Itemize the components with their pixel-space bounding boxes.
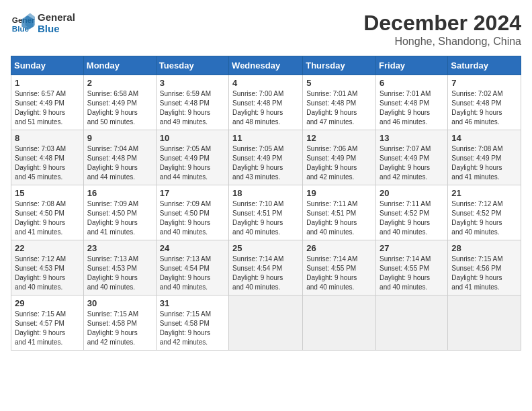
- day-info: Sunrise: 7:14 AM Sunset: 4:55 PM Dayligh…: [306, 255, 372, 292]
- day-number: 2: [87, 78, 152, 88]
- calendar-cell: 23 Sunrise: 7:13 AM Sunset: 4:53 PM Dayl…: [83, 240, 156, 295]
- weekday-header-monday: Monday: [83, 56, 156, 75]
- page-header: General Blue General Blue December 2024 …: [11, 11, 521, 48]
- calendar-cell: 3 Sunrise: 6:59 AM Sunset: 4:48 PM Dayli…: [156, 75, 228, 130]
- weekday-header-tuesday: Tuesday: [156, 56, 228, 75]
- calendar-cell: 26 Sunrise: 7:14 AM Sunset: 4:55 PM Dayl…: [303, 240, 376, 295]
- day-number: 19: [306, 188, 372, 198]
- day-number: 16: [87, 188, 152, 198]
- day-number: 25: [232, 243, 299, 253]
- day-info: Sunrise: 7:01 AM Sunset: 4:48 PM Dayligh…: [380, 89, 444, 127]
- day-info: Sunrise: 7:13 AM Sunset: 4:54 PM Dayligh…: [160, 255, 225, 292]
- day-info: Sunrise: 7:05 AM Sunset: 4:49 PM Dayligh…: [232, 144, 299, 182]
- day-number: 23: [87, 243, 152, 253]
- day-number: 13: [380, 133, 444, 143]
- calendar-cell: [229, 295, 303, 351]
- day-number: 12: [306, 133, 372, 143]
- day-info: Sunrise: 7:09 AM Sunset: 4:50 PM Dayligh…: [160, 199, 225, 237]
- day-number: 9: [87, 133, 152, 143]
- logo-icon: General Blue: [11, 11, 35, 35]
- day-info: Sunrise: 7:05 AM Sunset: 4:49 PM Dayligh…: [160, 144, 225, 182]
- day-info: Sunrise: 7:08 AM Sunset: 4:50 PM Dayligh…: [15, 199, 80, 237]
- calendar-cell: 14 Sunrise: 7:08 AM Sunset: 4:49 PM Dayl…: [448, 130, 521, 185]
- day-number: 24: [160, 243, 225, 253]
- day-info: Sunrise: 7:03 AM Sunset: 4:48 PM Dayligh…: [15, 144, 80, 182]
- weekday-header-wednesday: Wednesday: [229, 56, 303, 75]
- calendar-table: SundayMondayTuesdayWednesdayThursdayFrid…: [11, 56, 521, 351]
- calendar-cell: 29 Sunrise: 7:15 AM Sunset: 4:57 PM Dayl…: [11, 295, 84, 351]
- calendar-cell: 5 Sunrise: 7:01 AM Sunset: 4:48 PM Dayli…: [303, 75, 376, 130]
- day-number: 6: [380, 78, 444, 88]
- calendar-cell: 25 Sunrise: 7:14 AM Sunset: 4:54 PM Dayl…: [229, 240, 303, 295]
- calendar-cell: 20 Sunrise: 7:11 AM Sunset: 4:52 PM Dayl…: [376, 185, 448, 240]
- day-info: Sunrise: 6:58 AM Sunset: 4:49 PM Dayligh…: [87, 89, 152, 127]
- calendar-cell: 18 Sunrise: 7:10 AM Sunset: 4:51 PM Dayl…: [229, 185, 303, 240]
- calendar-cell: 21 Sunrise: 7:12 AM Sunset: 4:52 PM Dayl…: [448, 185, 521, 240]
- day-info: Sunrise: 7:08 AM Sunset: 4:49 PM Dayligh…: [451, 144, 517, 182]
- day-number: 15: [15, 188, 80, 198]
- day-number: 20: [380, 188, 444, 198]
- day-number: 1: [15, 78, 80, 88]
- calendar-cell: 9 Sunrise: 7:04 AM Sunset: 4:48 PM Dayli…: [83, 130, 156, 185]
- day-info: Sunrise: 7:01 AM Sunset: 4:48 PM Dayligh…: [306, 89, 372, 127]
- calendar-cell: [448, 295, 521, 351]
- day-info: Sunrise: 6:57 AM Sunset: 4:49 PM Dayligh…: [15, 89, 80, 127]
- title-section: December 2024 Honghe, Shandong, China: [363, 11, 521, 48]
- day-info: Sunrise: 7:15 AM Sunset: 4:58 PM Dayligh…: [87, 310, 152, 347]
- calendar-cell: 19 Sunrise: 7:11 AM Sunset: 4:51 PM Dayl…: [303, 185, 376, 240]
- calendar-week-row: 29 Sunrise: 7:15 AM Sunset: 4:57 PM Dayl…: [11, 295, 521, 351]
- calendar-cell: 22 Sunrise: 7:12 AM Sunset: 4:53 PM Dayl…: [11, 240, 84, 295]
- calendar-cell: 15 Sunrise: 7:08 AM Sunset: 4:50 PM Dayl…: [11, 185, 84, 240]
- calendar-cell: 30 Sunrise: 7:15 AM Sunset: 4:58 PM Dayl…: [83, 295, 156, 351]
- day-info: Sunrise: 7:12 AM Sunset: 4:53 PM Dayligh…: [15, 255, 80, 292]
- calendar-cell: 24 Sunrise: 7:13 AM Sunset: 4:54 PM Dayl…: [156, 240, 228, 295]
- day-number: 18: [232, 188, 299, 198]
- day-number: 31: [160, 298, 225, 308]
- day-info: Sunrise: 7:14 AM Sunset: 4:54 PM Dayligh…: [232, 255, 299, 292]
- calendar-cell: 12 Sunrise: 7:06 AM Sunset: 4:49 PM Dayl…: [303, 130, 376, 185]
- day-info: Sunrise: 7:15 AM Sunset: 4:58 PM Dayligh…: [160, 310, 225, 347]
- day-info: Sunrise: 7:02 AM Sunset: 4:48 PM Dayligh…: [451, 89, 517, 127]
- day-number: 8: [15, 133, 80, 143]
- day-number: 17: [160, 188, 225, 198]
- day-number: 14: [451, 133, 517, 143]
- day-info: Sunrise: 7:13 AM Sunset: 4:53 PM Dayligh…: [87, 255, 152, 292]
- day-number: 11: [232, 133, 299, 143]
- calendar-cell: 6 Sunrise: 7:01 AM Sunset: 4:48 PM Dayli…: [376, 75, 448, 130]
- day-info: Sunrise: 7:07 AM Sunset: 4:49 PM Dayligh…: [380, 144, 444, 182]
- calendar-cell: 8 Sunrise: 7:03 AM Sunset: 4:48 PM Dayli…: [11, 130, 84, 185]
- day-number: 5: [306, 78, 372, 88]
- day-info: Sunrise: 7:12 AM Sunset: 4:52 PM Dayligh…: [451, 199, 517, 237]
- page-subtitle: Honghe, Shandong, China: [363, 36, 521, 48]
- day-info: Sunrise: 7:15 AM Sunset: 4:57 PM Dayligh…: [15, 310, 80, 347]
- day-info: Sunrise: 7:04 AM Sunset: 4:48 PM Dayligh…: [87, 144, 152, 182]
- calendar-cell: 27 Sunrise: 7:14 AM Sunset: 4:55 PM Dayl…: [376, 240, 448, 295]
- day-info: Sunrise: 7:15 AM Sunset: 4:56 PM Dayligh…: [451, 255, 517, 292]
- day-info: Sunrise: 7:00 AM Sunset: 4:48 PM Dayligh…: [232, 89, 299, 127]
- calendar-cell: 4 Sunrise: 7:00 AM Sunset: 4:48 PM Dayli…: [229, 75, 303, 130]
- calendar-cell: 13 Sunrise: 7:07 AM Sunset: 4:49 PM Dayl…: [376, 130, 448, 185]
- weekday-header-row: SundayMondayTuesdayWednesdayThursdayFrid…: [11, 56, 521, 75]
- calendar-cell: 2 Sunrise: 6:58 AM Sunset: 4:49 PM Dayli…: [83, 75, 156, 130]
- calendar-cell: [376, 295, 448, 351]
- calendar-cell: 31 Sunrise: 7:15 AM Sunset: 4:58 PM Dayl…: [156, 295, 228, 351]
- day-info: Sunrise: 7:10 AM Sunset: 4:51 PM Dayligh…: [232, 199, 299, 237]
- day-info: Sunrise: 7:11 AM Sunset: 4:51 PM Dayligh…: [306, 199, 372, 237]
- calendar-cell: 11 Sunrise: 7:05 AM Sunset: 4:49 PM Dayl…: [229, 130, 303, 185]
- day-number: 4: [232, 78, 299, 88]
- day-info: Sunrise: 7:09 AM Sunset: 4:50 PM Dayligh…: [87, 199, 152, 237]
- day-info: Sunrise: 7:06 AM Sunset: 4:49 PM Dayligh…: [306, 144, 372, 182]
- calendar-week-row: 1 Sunrise: 6:57 AM Sunset: 4:49 PM Dayli…: [11, 75, 521, 130]
- calendar-cell: 16 Sunrise: 7:09 AM Sunset: 4:50 PM Dayl…: [83, 185, 156, 240]
- calendar-week-row: 22 Sunrise: 7:12 AM Sunset: 4:53 PM Dayl…: [11, 240, 521, 295]
- day-number: 28: [451, 243, 517, 253]
- day-number: 3: [160, 78, 225, 88]
- day-number: 29: [15, 298, 80, 308]
- day-number: 7: [451, 78, 517, 88]
- day-number: 21: [451, 188, 517, 198]
- calendar-cell: 17 Sunrise: 7:09 AM Sunset: 4:50 PM Dayl…: [156, 185, 228, 240]
- calendar-week-row: 15 Sunrise: 7:08 AM Sunset: 4:50 PM Dayl…: [11, 185, 521, 240]
- day-number: 26: [306, 243, 372, 253]
- weekday-header-friday: Friday: [376, 56, 448, 75]
- day-info: Sunrise: 7:11 AM Sunset: 4:52 PM Dayligh…: [380, 199, 444, 237]
